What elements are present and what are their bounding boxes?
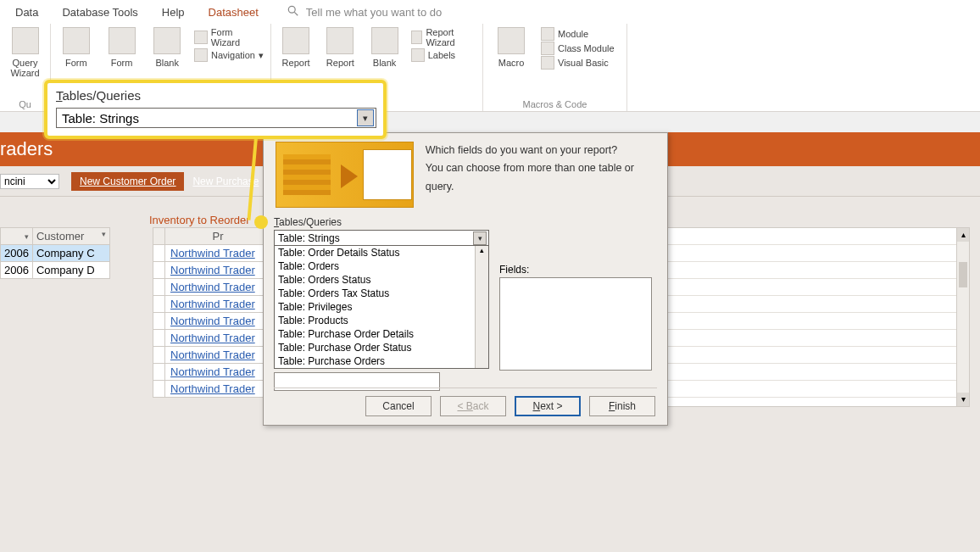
form-button[interactable]: Form xyxy=(58,27,95,68)
product-link[interactable]: Northwind Trader xyxy=(170,281,255,293)
table-row[interactable]: Northwind Trader xyxy=(153,245,271,262)
dropdown-option[interactable]: Table: Sales Reports xyxy=(275,368,488,369)
callout-pointer-dot xyxy=(254,215,268,229)
report-design-button[interactable]: Report xyxy=(322,27,358,68)
scroll-thumb[interactable] xyxy=(959,262,967,287)
cancel-button[interactable]: Cancel xyxy=(365,396,432,416)
group-macros-label: Macros & Code xyxy=(490,99,620,109)
dropdown-option[interactable]: Table: Products xyxy=(275,314,488,327)
group-queries-label: Qu xyxy=(7,99,43,109)
class-module-button[interactable]: Class Module xyxy=(541,42,615,55)
report-wizard-dialog: Which fields do you want on your report?… xyxy=(263,132,668,426)
table-row[interactable]: Northwind Trader xyxy=(153,330,271,347)
navigation-button[interactable]: Navigation ▾ xyxy=(194,48,264,62)
menu-dbtools[interactable]: Database Tools xyxy=(50,6,149,19)
wizard-art-icon xyxy=(276,142,414,208)
dialog-separator xyxy=(274,388,657,388)
back-button[interactable]: < Back xyxy=(440,396,506,416)
filter-dropdown-icon[interactable]: ▾ xyxy=(102,230,106,238)
table-row[interactable]: Northwind Trader xyxy=(153,279,271,296)
inventory-header[interactable]: Pr xyxy=(165,228,271,245)
blank-report-button[interactable]: Blank xyxy=(366,27,402,68)
visual-basic-button[interactable]: Visual Basic xyxy=(541,56,615,70)
menu-help[interactable]: Help xyxy=(150,6,197,19)
dropdown-option[interactable]: Table: Orders Tax Status xyxy=(275,287,488,300)
table-row[interactable]: Northwind Trader xyxy=(153,381,271,398)
list-scrollbar[interactable]: ▴ xyxy=(475,246,488,368)
class-module-icon xyxy=(541,42,554,55)
callout-value: Table: Strings xyxy=(62,111,139,125)
form-wizard-icon xyxy=(194,31,208,44)
product-link[interactable]: Northwind Trader xyxy=(170,382,255,395)
report-wizard-icon xyxy=(411,31,423,44)
svg-point-0 xyxy=(288,6,295,13)
report-wizard-button[interactable]: Report Wizard xyxy=(411,27,476,47)
scroll-up-icon[interactable]: ▴ xyxy=(957,228,969,242)
product-link[interactable]: Northwind Trader xyxy=(170,365,255,378)
scroll-down-icon[interactable]: ▾ xyxy=(957,393,969,406)
orders-table: ▾ Customer▾ 2006Company C 2006Company D xyxy=(0,227,110,279)
form-wizard-button[interactable]: Form Wizard xyxy=(194,27,264,47)
query-wizard-button[interactable]: Query Wizard xyxy=(7,27,43,78)
dropdown-option[interactable]: Table: Purchase Order Details xyxy=(275,327,488,341)
background-grid xyxy=(666,227,970,407)
dropdown-option[interactable]: Table: Orders Status xyxy=(275,273,488,287)
orders-customer-header[interactable]: Customer▾ xyxy=(32,228,109,245)
inventory-reorder-label: Inventory to Reorder xyxy=(149,214,250,226)
scroll-up-icon[interactable]: ▴ xyxy=(476,246,488,258)
product-link[interactable]: Northwind Trader xyxy=(170,315,255,327)
tables-queries-combobox[interactable]: Table: Strings ▾ xyxy=(274,230,489,247)
tables-queries-dropdown-list[interactable]: Table: Order Details Status Table: Order… xyxy=(274,245,489,369)
svg-line-1 xyxy=(294,12,298,15)
menu-data[interactable]: Data xyxy=(3,6,50,19)
query-wizard-label: Query Wizard xyxy=(7,58,43,78)
navigation-icon xyxy=(194,48,208,62)
dropdown-option[interactable]: Table: Orders xyxy=(275,259,488,273)
callout-combobox[interactable]: Table: Strings ▾ xyxy=(56,108,376,128)
table-row[interactable]: 2006Company C xyxy=(1,245,110,262)
table-row[interactable]: Northwind Trader xyxy=(153,296,271,313)
employee-select[interactable]: ncini xyxy=(0,174,59,189)
tell-me[interactable]: Tell me what you want to do xyxy=(287,5,442,20)
product-link[interactable]: Northwind Trader xyxy=(170,348,255,361)
table-row[interactable]: Northwind Trader xyxy=(153,313,271,330)
selected-fields-label: Fields: xyxy=(499,264,529,276)
report-button[interactable]: Report xyxy=(278,27,314,68)
form-design-button[interactable]: Form xyxy=(103,27,141,68)
zoom-callout: Tables/Queries Table: Strings ▾ xyxy=(44,80,387,139)
table-row[interactable]: 2006Company D xyxy=(1,262,110,279)
next-button[interactable]: Next > xyxy=(515,396,581,416)
table-row[interactable]: Northwind Trader xyxy=(153,364,271,381)
product-link[interactable]: Northwind Trader xyxy=(170,298,255,310)
new-purchase-link[interactable]: New Purchase xyxy=(184,172,267,191)
macro-button[interactable]: Macro xyxy=(490,27,532,68)
title-text: raders xyxy=(0,138,53,160)
product-link[interactable]: Northwind Trader xyxy=(170,332,255,344)
blank-form-button[interactable]: Blank xyxy=(148,27,186,68)
dropdown-option[interactable]: Table: Order Details Status xyxy=(275,246,488,259)
product-link[interactable]: Northwind Trader xyxy=(170,247,255,259)
chevron-down-icon[interactable]: ▾ xyxy=(357,109,374,126)
wizard-message: Which fields do you want on your report?… xyxy=(426,142,655,208)
menubar: Data Database Tools Help Datasheet Tell … xyxy=(0,0,980,24)
inventory-table: Pr Northwind Trader Northwind Trader Nor… xyxy=(153,227,271,398)
product-link[interactable]: Northwind Trader xyxy=(170,264,255,276)
dropdown-option[interactable]: Table: Privileges xyxy=(275,300,488,314)
dropdown-option[interactable]: Table: Purchase Order Status xyxy=(275,341,488,354)
table-row[interactable]: Northwind Trader xyxy=(153,262,271,279)
new-customer-order-link[interactable]: New Customer Order xyxy=(71,172,184,191)
visual-basic-icon xyxy=(541,56,554,70)
dropdown-option[interactable]: Table: Purchase Orders xyxy=(275,354,488,368)
orders-date-header[interactable]: ▾ xyxy=(1,228,33,245)
table-row[interactable]: Northwind Trader xyxy=(153,347,271,364)
finish-button[interactable]: Finish xyxy=(589,396,655,416)
module-button[interactable]: Module xyxy=(541,27,615,41)
module-icon xyxy=(541,27,554,41)
menu-datasheet[interactable]: Datasheet xyxy=(197,6,270,19)
chevron-down-icon[interactable]: ▾ xyxy=(473,231,487,245)
labels-button[interactable]: Labels xyxy=(411,48,476,62)
selected-fields-listbox[interactable] xyxy=(499,277,652,371)
filter-dropdown-icon[interactable]: ▾ xyxy=(25,232,29,241)
vertical-scrollbar[interactable]: ▴ ▾ xyxy=(956,227,970,407)
tables-queries-label: Tables/Queries xyxy=(274,216,667,228)
